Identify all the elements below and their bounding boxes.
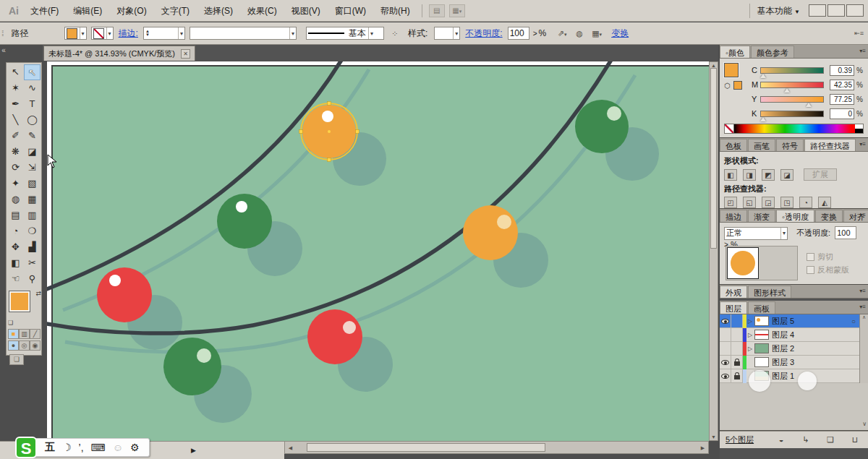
ball-highlight[interactable] — [322, 111, 333, 122]
ball-red-middle[interactable] — [307, 309, 362, 364]
pathfinder-tab[interactable]: 色板 — [720, 139, 747, 151]
ime-toolbar[interactable]: S 五 ☽’,⌨☺⚙ — [19, 438, 150, 457]
shape-mode-icon[interactable]: ◧ — [724, 169, 737, 181]
pathfinder-icon[interactable]: ◭ — [818, 197, 831, 208]
brush-definition-combo[interactable]: 基本▾ — [306, 27, 384, 40]
object-thumbnail[interactable] — [727, 247, 759, 279]
style-combo[interactable]: ▾ — [434, 27, 460, 40]
target-circle-icon[interactable]: ○ — [851, 317, 856, 325]
visibility-toggle[interactable] — [720, 342, 731, 356]
horizontal-scroll-thumb[interactable] — [307, 443, 545, 452]
lasso-tool[interactable]: ∿ — [24, 80, 41, 96]
menu-item[interactable]: 对象(O) — [109, 0, 153, 22]
draw-behind-button[interactable]: ◎ — [19, 340, 30, 351]
ball-highlight[interactable] — [197, 348, 211, 363]
appearance-tab[interactable]: 外观 — [720, 286, 747, 298]
scroll-right-icon[interactable]: ▶ — [699, 445, 707, 451]
hand-tool[interactable]: ☜ — [7, 271, 24, 287]
visibility-toggle[interactable] — [720, 328, 731, 342]
screen-mode-button[interactable]: ❏ — [9, 354, 24, 365]
fill-stroke-control[interactable]: ⇄ ❏ — [8, 290, 41, 327]
close-document-icon[interactable]: ✕ — [181, 49, 190, 59]
slider-value-input[interactable]: 77.25 — [830, 94, 854, 105]
artwork-svg[interactable] — [47, 61, 709, 441]
width-tool[interactable]: ✦ — [7, 176, 24, 192]
perspective-grid-tool[interactable]: ▦ — [24, 192, 41, 207]
slider-track[interactable] — [760, 82, 824, 88]
recolor-artwork-icon[interactable]: ▦▾ — [590, 27, 604, 40]
ball-highlight[interactable] — [343, 321, 356, 334]
pathfinder-tab[interactable]: 画笔 — [748, 139, 775, 151]
collapse-control-bar-icon[interactable]: ⇤≡ — [854, 30, 864, 37]
menu-item[interactable]: 文字(T) — [154, 0, 197, 22]
restore-button[interactable] — [827, 4, 845, 17]
default-fill-stroke-icon[interactable]: ❏ — [8, 319, 13, 326]
scroll-down-icon[interactable]: ▼ — [710, 434, 718, 439]
slider-marker[interactable] — [760, 117, 766, 121]
vertical-scrollbar[interactable]: ▲ ▼ — [709, 61, 718, 441]
ball-red-left[interactable] — [97, 267, 152, 322]
horizontal-scrollbar[interactable]: ◀ ▶ — [284, 441, 709, 454]
column-graph-tool[interactable]: ▟ — [24, 239, 41, 255]
draw-normal-button[interactable]: ● — [8, 340, 19, 351]
magic-wand-tool[interactable]: ✶ — [7, 80, 24, 96]
invert-mask-checkbox[interactable] — [807, 266, 814, 274]
anchor-point[interactable] — [328, 158, 331, 162]
symbol-sprayer-tool[interactable]: ✥ — [7, 239, 24, 255]
shape-mode-icon[interactable]: ◪ — [780, 169, 793, 181]
artboard-tool[interactable]: ◧ — [7, 255, 24, 271]
menu-item[interactable]: 选择(S) — [197, 0, 240, 22]
ball-orange-right[interactable] — [463, 205, 518, 260]
layer-name[interactable]: 图层 2 — [772, 343, 859, 354]
layer-name[interactable]: 图层 3 — [772, 357, 859, 368]
moon-icon[interactable]: ☽ — [62, 442, 72, 453]
transform-link[interactable]: 变换 — [611, 27, 629, 40]
none-color-swatch[interactable] — [725, 124, 734, 133]
appearance-tab[interactable]: 图形样式 — [748, 286, 791, 298]
expand-triangle-icon[interactable]: ▷ — [746, 332, 754, 338]
ball-highlight[interactable] — [497, 215, 511, 229]
status-next-icon[interactable]: ▶ — [191, 447, 196, 454]
width-profile-combo[interactable]: ▾ — [190, 27, 297, 40]
expand-button[interactable]: 扩展 — [804, 168, 837, 181]
gradient-mode-button[interactable]: ▥ — [19, 329, 30, 339]
center-anchor[interactable] — [328, 130, 331, 133]
lock-toggle[interactable] — [731, 314, 743, 328]
layer-name[interactable]: 图层 5 — [772, 316, 851, 327]
opacity-input[interactable]: 100 — [508, 27, 529, 40]
close-button[interactable] — [846, 4, 864, 17]
slider-value-input[interactable]: 0 — [830, 108, 854, 119]
anchor-point[interactable] — [356, 130, 359, 134]
opacity-input[interactable]: 100 — [835, 226, 856, 239]
panel-menu-icon[interactable]: ▾≡ — [859, 212, 866, 218]
punctuation-icon[interactable]: ’, — [79, 442, 84, 453]
artwork-canvas[interactable] — [47, 61, 709, 441]
clip-checkbox[interactable] — [807, 253, 814, 261]
ball-highlight[interactable] — [109, 275, 121, 286]
mesh-tool[interactable]: ▤ — [7, 207, 24, 223]
panel-menu-icon[interactable]: ▾≡ — [859, 48, 866, 54]
ball-highlight[interactable] — [607, 106, 621, 121]
collapse-toolbar-icon[interactable]: « — [0, 46, 7, 54]
new-sublayer-icon[interactable]: ↳ — [799, 435, 813, 445]
spectrum-gradient[interactable] — [734, 124, 855, 133]
pathfinder-icon[interactable]: ◲ — [762, 197, 775, 208]
slider-marker[interactable] — [806, 103, 812, 107]
slider-track[interactable] — [760, 67, 824, 74]
pathfinder-icon[interactable]: ◔ — [799, 197, 812, 208]
select-similar-icon[interactable]: ⇗▾ — [555, 27, 569, 40]
stroke-weight-combo[interactable]: ▲▼▾ — [143, 27, 185, 40]
menu-item[interactable]: 文件(F) — [23, 0, 66, 22]
arrange-documents-icon[interactable]: ▦▾ — [449, 4, 465, 17]
transparency-tab[interactable]: 变换 — [815, 210, 843, 222]
shape-builder-tool[interactable]: ◍ — [7, 192, 24, 207]
eyedropper-tool[interactable]: ◔ — [7, 223, 24, 239]
grip-handle[interactable]: ⁞⁞ — [1, 30, 3, 38]
layers-tab[interactable]: 画板 — [748, 301, 775, 314]
panel-menu-icon[interactable]: ▾≡ — [859, 304, 866, 310]
anchor-point[interactable] — [299, 130, 303, 134]
color-spectrum-bar[interactable] — [724, 124, 864, 134]
color-tab[interactable]: 颜色参考 — [751, 46, 794, 58]
direct-selection-tool[interactable]: ↖ — [24, 64, 41, 80]
slice-tool[interactable]: ✂ — [24, 255, 41, 271]
